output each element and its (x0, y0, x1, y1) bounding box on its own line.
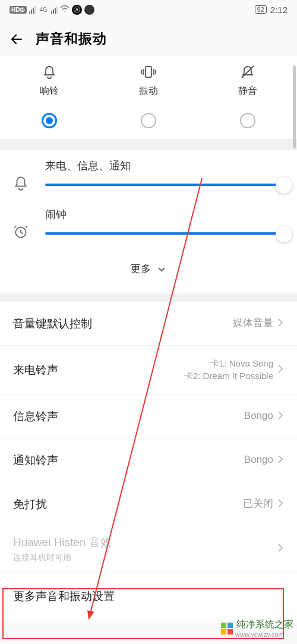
chevron-right-icon (277, 317, 284, 330)
back-button[interactable] (10, 32, 24, 46)
mode-mute[interactable]: 静音 (198, 64, 297, 128)
slider-alarm[interactable] (45, 232, 284, 235)
svg-rect-0 (146, 67, 151, 77)
wifi-icon (60, 5, 69, 14)
chevron-right-icon (277, 364, 284, 377)
mode-row: 响铃 振动 静音 (0, 56, 297, 140)
radio-ring[interactable] (42, 113, 57, 128)
battery-badge: 92 (255, 5, 267, 14)
slider-incoming[interactable] (45, 184, 284, 186)
item-notif-tone[interactable]: 通知铃声 Bongo (0, 438, 297, 482)
page-header: 声音和振动 (0, 19, 297, 56)
scrollbar[interactable] (293, 65, 296, 149)
alarm-icon (13, 207, 37, 242)
status-circle-1: Ⓐ (72, 5, 82, 15)
chevron-right-icon (277, 454, 284, 467)
page-title: 声音和振动 (36, 30, 107, 48)
mode-ring[interactable]: 响铃 (0, 64, 99, 128)
chevron-right-icon (277, 410, 284, 423)
radio-vibrate[interactable] (141, 113, 156, 128)
signal-icon-2 (51, 6, 58, 14)
bell-icon (13, 159, 37, 193)
signal-icon-1 (29, 6, 36, 14)
clock: 2:12 (270, 5, 287, 15)
item-msg-tone[interactable]: 信息铃声 Bongo (0, 394, 297, 438)
item-dnd[interactable]: 免打扰 已关闭 (0, 482, 297, 526)
slider-alarm-label: 闹钟 (45, 207, 284, 222)
status-bar: HD② 4G Ⓐ 92 2:12 (0, 0, 297, 19)
bell-mute-icon (239, 64, 256, 80)
slider-incoming-label: 来电、信息、通知 (45, 159, 284, 173)
status-circle-2 (84, 5, 94, 15)
chevron-right-icon (277, 498, 284, 511)
vibrate-icon (140, 64, 157, 80)
bell-ring-icon (41, 64, 58, 80)
item-histen: Huawei Histen 音效 连接耳机时可用 (0, 526, 297, 572)
hd-badge: HD② (10, 6, 27, 14)
more-toggle[interactable]: 更多 (13, 256, 284, 288)
chevron-right-icon (277, 542, 284, 555)
item-volume-key[interactable]: 音量键默认控制 媒体音量 (0, 302, 297, 346)
item-more-settings[interactable]: 更多声音和振动设置 (0, 572, 297, 621)
radio-mute[interactable] (240, 113, 255, 128)
mode-vibrate[interactable]: 振动 (99, 64, 198, 128)
watermark: 纯净系统之家 www.ycwjzy.com (221, 618, 293, 638)
item-call-tone[interactable]: 来电铃声 卡1: Nova Song 卡2: Dream It Possible (0, 346, 297, 394)
